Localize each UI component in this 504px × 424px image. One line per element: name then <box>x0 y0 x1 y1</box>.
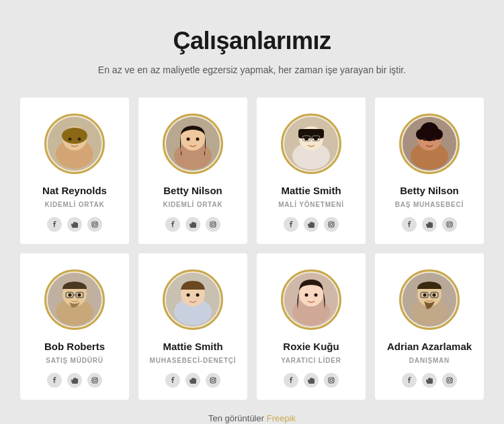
svg-point-50 <box>93 379 96 382</box>
svg-point-59 <box>214 378 215 379</box>
team-grid: Nat Reynolds KIDEMLİ ORTAK <box>20 97 484 400</box>
avatar <box>166 273 220 327</box>
twitter-icon[interactable] <box>67 373 82 388</box>
svg-point-13 <box>196 138 200 141</box>
twitter-icon[interactable] <box>304 217 319 232</box>
social-icons <box>165 217 220 232</box>
team-card: Mattie Smith MALİ YÖNETMENİ <box>257 97 366 244</box>
member-name: Mattie Smith <box>163 341 222 353</box>
page-subtitle: En az ve en az maliyetle egzersiz yapmak… <box>84 63 420 77</box>
facebook-icon[interactable] <box>165 373 180 388</box>
member-role: BAŞ MUHASEBECİ <box>395 200 464 209</box>
social-icons <box>284 217 339 232</box>
social-icons <box>284 373 339 388</box>
member-role: YARATICI LİDER <box>281 356 341 365</box>
member-role: SATIŞ MÜDÜRÜ <box>46 356 103 365</box>
instagram-icon[interactable] <box>87 217 102 232</box>
team-card: Mattie Smith MUHASEBECİ-DENETÇİ <box>138 253 247 400</box>
avatar-wrapper <box>281 114 341 174</box>
avatar-wrapper <box>399 114 460 174</box>
svg-point-78 <box>451 378 452 379</box>
avatar-wrapper <box>44 269 105 330</box>
twitter-icon[interactable] <box>185 217 200 232</box>
svg-point-3 <box>62 128 87 144</box>
svg-point-45 <box>78 294 81 297</box>
svg-point-44 <box>69 294 72 297</box>
twitter-icon[interactable] <box>185 373 200 388</box>
member-name: Adrian Azarlamak <box>387 341 472 353</box>
social-icons <box>402 217 457 232</box>
facebook-icon[interactable] <box>402 217 417 232</box>
avatar <box>284 117 338 171</box>
facebook-icon[interactable] <box>47 373 62 388</box>
avatar <box>284 273 338 327</box>
twitter-icon[interactable] <box>67 217 82 232</box>
member-role: MALİ YÖNETMENİ <box>278 200 344 209</box>
svg-point-67 <box>333 378 333 379</box>
instagram-icon[interactable] <box>87 373 102 388</box>
footer-text: Ten görüntüler <box>208 413 267 423</box>
page-header: Çalışanlarımız En az ve en az maliyetle … <box>20 27 484 77</box>
svg-point-7 <box>93 223 96 226</box>
team-card: Betty Nilson BAŞ MUHASEBECİ <box>375 97 484 244</box>
twitter-icon[interactable] <box>304 373 319 388</box>
svg-point-63 <box>305 294 308 297</box>
svg-point-66 <box>330 379 333 382</box>
page: Çalışanlarımız En az ve en az maliyetle … <box>0 0 504 424</box>
team-card: Betty Nilson KIDEMLİ ORTAK <box>138 97 247 244</box>
avatar-wrapper <box>399 269 460 330</box>
member-name: Betty Nilson <box>400 185 459 197</box>
svg-point-40 <box>451 222 452 223</box>
svg-point-8 <box>96 222 97 223</box>
facebook-icon[interactable] <box>165 217 180 232</box>
svg-point-71 <box>423 294 427 297</box>
footer-link[interactable]: Freepik <box>267 413 296 423</box>
instagram-icon[interactable] <box>206 373 220 388</box>
instagram-icon[interactable] <box>324 373 339 388</box>
social-icons <box>402 373 457 388</box>
avatar-wrapper <box>163 269 223 330</box>
svg-point-77 <box>448 379 451 382</box>
member-name: Mattie Smith <box>281 185 341 197</box>
team-card: Nat Reynolds KIDEMLİ ORTAK <box>20 97 129 244</box>
member-role: MUHASEBECİ-DENETÇİ <box>150 356 237 365</box>
member-role: DANIŞMAN <box>409 356 450 365</box>
svg-point-4 <box>69 138 72 141</box>
team-card: Adrian Azarlamak DANIŞMAN <box>375 253 484 400</box>
member-role: KIDEMLİ ORTAK <box>163 200 222 209</box>
svg-point-37 <box>433 138 436 141</box>
member-name: Nat Reynolds <box>42 185 107 197</box>
svg-point-28 <box>333 222 333 223</box>
facebook-icon[interactable] <box>284 217 298 232</box>
facebook-icon[interactable] <box>402 373 417 388</box>
instagram-icon[interactable] <box>206 217 220 232</box>
svg-point-12 <box>187 138 190 141</box>
team-card: Bob Roberts SATIŞ MÜDÜRÜ <box>20 253 129 400</box>
svg-point-27 <box>330 223 333 226</box>
team-card: Roxie Kuğu YARATICI LİDER <box>257 253 366 400</box>
twitter-icon[interactable] <box>422 373 437 388</box>
avatar <box>48 273 101 327</box>
member-name: Betty Nilson <box>163 185 222 197</box>
svg-point-16 <box>214 222 215 223</box>
member-name: Bob Roberts <box>44 341 105 353</box>
member-name: Roxie Kuğu <box>283 341 339 353</box>
page-title: Çalışanlarımız <box>20 27 484 55</box>
avatar <box>403 117 456 171</box>
svg-point-36 <box>423 138 427 141</box>
avatar <box>166 117 220 171</box>
instagram-icon[interactable] <box>324 217 339 232</box>
avatar-wrapper <box>281 269 341 330</box>
avatar-wrapper <box>163 114 223 174</box>
svg-point-39 <box>448 223 451 226</box>
instagram-icon[interactable] <box>442 217 457 232</box>
facebook-icon[interactable] <box>47 217 62 232</box>
member-role: KIDEMLİ ORTAK <box>44 200 104 209</box>
social-icons <box>47 373 102 388</box>
facebook-icon[interactable] <box>284 373 298 388</box>
twitter-icon[interactable] <box>422 217 437 232</box>
svg-point-5 <box>78 138 81 141</box>
instagram-icon[interactable] <box>442 373 457 388</box>
avatar-wrapper <box>44 114 105 174</box>
avatar <box>403 273 456 327</box>
